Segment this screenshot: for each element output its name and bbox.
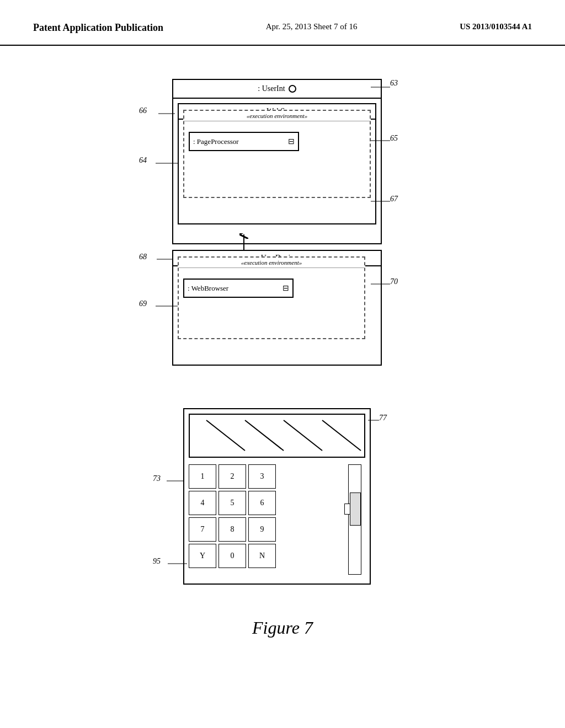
figure6-section: : UserInt : WebSvr «execution environmen… [44, 68, 521, 381]
key-Y[interactable]: Y [189, 544, 216, 568]
figure7-diagram: 123456789Y0N 77 73 95 [150, 408, 415, 596]
webbrowser-db-icon: ⊟ [282, 283, 289, 293]
scrollbar[interactable] [348, 464, 361, 575]
ref-line-65 [371, 138, 393, 143]
keypad-area: 123456789Y0N [189, 464, 321, 575]
figure7-section: 123456789Y0N 77 73 95 [44, 397, 521, 660]
exec-env-userdevice: «execution environment» : WebBrowser ⊟ [178, 256, 365, 339]
scroll-thumb[interactable] [350, 493, 361, 526]
key-2[interactable]: 2 [218, 464, 246, 489]
exec-env-label-1: «execution environment» [184, 111, 370, 121]
box-77: 123456789Y0N [183, 408, 371, 585]
ref-66: 66 [139, 106, 147, 115]
patent-number: US 2013/0103544 A1 [460, 22, 532, 31]
figure7-caption: Figure 7 [252, 618, 313, 638]
box-pageprocessor: : PageProcessor ⊟ [189, 132, 299, 151]
ref-line-63 [371, 82, 393, 93]
key-7[interactable]: 7 [189, 517, 216, 542]
ref-line-66 [158, 111, 178, 116]
ref-95: 95 [153, 557, 161, 566]
ref-line-69 [156, 303, 180, 309]
ref-68: 68 [139, 253, 147, 261]
key-0[interactable]: 0 [218, 544, 246, 568]
display-area [189, 414, 365, 458]
figure6-diagram: : UserInt : WebSvr «execution environmen… [128, 79, 437, 316]
key-9[interactable]: 9 [248, 517, 276, 542]
svg-line-9 [206, 420, 245, 451]
publication-title: Patent Application Publication [33, 22, 163, 34]
userint-label: : UserInt [258, 84, 285, 93]
ref-line-77 [368, 417, 382, 423]
ref-73: 73 [153, 474, 161, 483]
webbrowser-label: : WebBrowser [188, 284, 228, 293]
keypad-grid: 123456789Y0N [189, 464, 321, 568]
exec-env-label-2: «execution environment» [179, 258, 364, 268]
userint-circle-icon [289, 85, 296, 93]
main-content: : UserInt : WebSvr «execution environmen… [0, 46, 565, 699]
ref-line-95 [168, 561, 190, 566]
key-1[interactable]: 1 [189, 464, 216, 489]
ref-line-64 [156, 160, 180, 166]
svg-line-10 [245, 420, 284, 451]
ref-line-68 [157, 256, 176, 262]
pageprocessor-label: : PageProcessor [193, 137, 239, 146]
page-header: Patent Application Publication Apr. 25, … [0, 0, 565, 46]
display-hatch-svg [190, 415, 365, 458]
box-webbrowser: : WebBrowser ⊟ [183, 279, 294, 298]
box-websvr: : WebSvr «execution environment» : PageP… [178, 103, 376, 224]
sheet-info: Apr. 25, 2013 Sheet 7 of 16 [266, 22, 358, 31]
svg-line-11 [284, 420, 322, 451]
pageprocessor-db-icon: ⊟ [288, 137, 295, 146]
key-8[interactable]: 8 [218, 517, 246, 542]
ref-line-70 [371, 281, 393, 287]
key-5[interactable]: 5 [218, 491, 246, 515]
exec-env-websvr: «execution environment» : PageProcessor … [183, 110, 371, 198]
box-userdevice: : UserDevice «execution environment» : W… [172, 250, 382, 366]
svg-line-12 [322, 420, 361, 451]
box-63: : UserInt : WebSvr «execution environmen… [172, 79, 382, 244]
ref-line-67 [371, 199, 393, 204]
ref-69: 69 [139, 299, 147, 308]
ref-64: 64 [139, 156, 147, 165]
key-N[interactable]: N [248, 544, 276, 568]
ref-line-73 [167, 478, 186, 484]
key-4[interactable]: 4 [189, 491, 216, 515]
userint-row: : UserInt [173, 80, 381, 99]
key-3[interactable]: 3 [248, 464, 276, 489]
key-6[interactable]: 6 [248, 491, 276, 515]
